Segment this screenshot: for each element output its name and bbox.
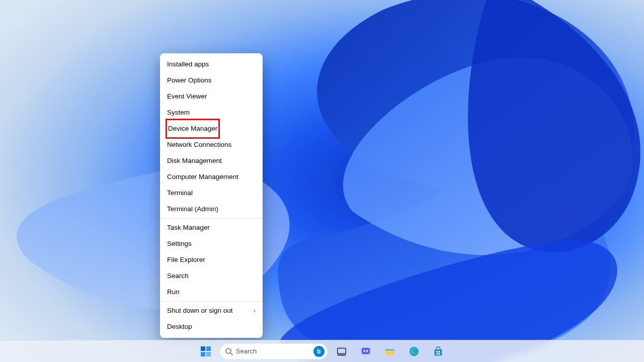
- menu-item-search[interactable]: Search: [160, 268, 263, 284]
- menu-item-task-manager[interactable]: Task Manager: [160, 220, 263, 236]
- menu-item-terminal-admin[interactable]: Terminal (Admin): [160, 201, 263, 217]
- desktop-wallpaper: [0, 0, 644, 362]
- edge-button[interactable]: [404, 341, 424, 361]
- menu-item-run[interactable]: Run: [160, 284, 263, 300]
- store-icon: [433, 346, 444, 357]
- search-placeholder: Search: [236, 347, 310, 355]
- task-view-icon: [336, 346, 347, 357]
- menu-separator: [160, 301, 263, 302]
- menu-item-installed-apps[interactable]: Installed apps: [160, 56, 263, 72]
- svg-rect-9: [362, 347, 370, 354]
- menu-item-power-options[interactable]: Power Options: [160, 72, 263, 88]
- chevron-right-icon: ›: [254, 303, 256, 319]
- edge-icon: [409, 346, 420, 357]
- svg-rect-3: [201, 352, 205, 356]
- bing-icon[interactable]: b: [313, 346, 325, 357]
- menu-item-file-explorer[interactable]: File Explorer: [160, 252, 263, 268]
- menu-item-system[interactable]: System: [160, 105, 263, 121]
- svg-rect-4: [206, 352, 211, 356]
- winx-context-menu: Installed apps Power Options Event Viewe…: [160, 53, 263, 338]
- menu-item-device-manager[interactable]: Device Manager: [160, 121, 263, 137]
- taskbar-search[interactable]: Search b: [220, 343, 328, 359]
- chat-icon: [360, 346, 371, 357]
- svg-rect-7: [338, 348, 346, 353]
- file-explorer-button[interactable]: [380, 341, 400, 361]
- folder-icon: [384, 345, 396, 357]
- menu-item-terminal[interactable]: Terminal: [160, 185, 263, 201]
- svg-rect-2: [206, 346, 211, 351]
- chat-button[interactable]: [356, 341, 376, 361]
- menu-separator: [160, 218, 263, 219]
- menu-item-shut-down-sign-out[interactable]: Shut down or sign out ›: [160, 303, 263, 319]
- svg-point-10: [363, 350, 365, 352]
- svg-rect-15: [436, 353, 438, 354]
- taskbar-center-group: Search b: [196, 341, 448, 361]
- task-view-button[interactable]: [332, 341, 352, 361]
- svg-rect-1: [201, 346, 205, 351]
- menu-item-event-viewer[interactable]: Event Viewer: [160, 88, 263, 105]
- svg-point-11: [366, 350, 368, 352]
- menu-item-disk-management[interactable]: Disk Management: [160, 153, 263, 169]
- menu-item-desktop[interactable]: Desktop: [160, 319, 263, 335]
- menu-item-settings[interactable]: Settings: [160, 236, 263, 252]
- menu-item-network-connections[interactable]: Network Connections: [160, 137, 263, 153]
- svg-line-6: [230, 353, 232, 355]
- store-button[interactable]: [428, 341, 448, 361]
- svg-rect-13: [436, 351, 438, 352]
- svg-rect-14: [439, 351, 440, 352]
- svg-rect-16: [439, 353, 440, 354]
- svg-rect-8: [338, 354, 346, 355]
- windows-icon: [200, 345, 212, 357]
- taskbar: Search b: [0, 340, 644, 362]
- search-icon: [225, 347, 233, 355]
- menu-item-computer-management[interactable]: Computer Management: [160, 169, 263, 185]
- start-button[interactable]: [196, 341, 216, 361]
